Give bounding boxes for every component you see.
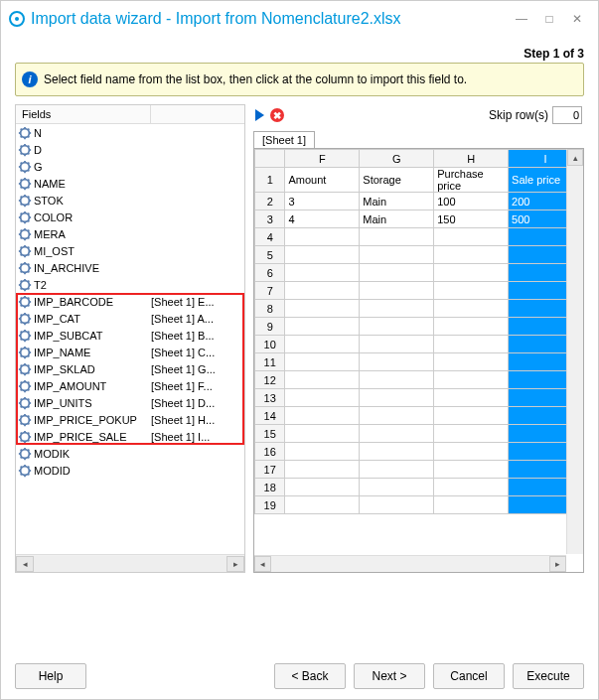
scroll-right-icon[interactable]: ▸ [226,556,244,572]
grid-cell[interactable] [285,443,360,461]
grid-cell[interactable] [360,246,434,264]
grid-cell[interactable] [434,479,509,496]
grid-cell[interactable] [434,246,509,264]
grid-cell[interactable] [285,318,360,336]
grid-cell[interactable] [434,264,509,282]
row-number[interactable]: 3 [255,210,285,228]
grid-hscroll[interactable]: ◂ ▸ [254,555,566,572]
grid-cell[interactable] [434,407,509,425]
grid-cell[interactable]: Main [360,193,434,210]
grid-cell[interactable] [360,228,434,246]
grid-cell[interactable] [434,389,509,407]
grid-cell[interactable] [360,425,434,443]
grid-cell[interactable] [434,300,509,318]
field-row[interactable]: MODIK [16,445,244,462]
row-number[interactable]: 1 [255,168,285,193]
row-number[interactable]: 2 [255,193,285,210]
row-number[interactable]: 4 [255,228,285,246]
field-row[interactable]: IMP_BARCODE[Sheet 1] E... [16,293,244,310]
maximize-button[interactable]: □ [542,12,556,26]
row-number[interactable]: 9 [255,318,285,336]
grid-cell[interactable] [285,282,360,300]
grid-cell[interactable] [285,425,360,443]
column-header[interactable]: F [285,150,360,168]
grid-cell[interactable] [360,407,434,425]
sheet-tab[interactable]: [Sheet 1] [253,131,315,148]
row-number[interactable]: 13 [255,389,285,407]
field-row[interactable]: COLOR [16,209,244,225]
grid-cell[interactable] [434,425,509,443]
skip-input[interactable] [552,106,582,124]
field-row[interactable]: IMP_SKLAD[Sheet 1] G... [16,360,244,377]
next-button[interactable]: Next > [354,663,425,689]
grid-cell[interactable] [285,264,360,282]
fields-list[interactable]: NDGNAMESTOKCOLORMERAMI_OSTIN_ARCHIVET2IM… [16,124,244,554]
scroll-left-icon[interactable]: ◂ [254,556,271,572]
grid-cell[interactable]: 4 [285,210,360,228]
grid-cell[interactable] [285,407,360,425]
scroll-right-icon[interactable]: ▸ [549,556,566,572]
row-number[interactable]: 15 [255,425,285,443]
row-number[interactable]: 17 [255,461,285,479]
grid-cell[interactable] [360,443,434,461]
field-row[interactable]: MERA [16,225,244,242]
scroll-track[interactable] [271,556,549,572]
field-row[interactable]: MODID [16,462,244,479]
grid-cell[interactable] [434,353,509,371]
field-row[interactable]: IMP_PRICE_SALE[Sheet 1] I... [16,428,244,445]
execute-button[interactable]: Execute [513,663,584,689]
field-row[interactable]: IMP_CAT[Sheet 1] A... [16,310,244,327]
grid-cell[interactable] [434,461,509,479]
row-number[interactable]: 11 [255,353,285,371]
grid-cell[interactable]: Amount [285,168,360,193]
grid-cell[interactable] [285,496,360,514]
field-row[interactable]: IMP_UNITS[Sheet 1] D... [16,394,244,411]
row-number[interactable]: 16 [255,443,285,461]
grid-cell[interactable] [360,496,434,514]
corner-cell[interactable] [255,150,285,168]
grid-cell[interactable]: 100 [434,193,509,210]
grid-cell[interactable] [434,371,509,389]
grid-cell[interactable]: Purchase price [434,168,509,193]
grid-cell[interactable] [360,336,434,353]
grid-cell[interactable] [285,371,360,389]
row-number[interactable]: 12 [255,371,285,389]
column-header[interactable]: H [434,150,509,168]
field-row[interactable]: IMP_SUBCAT[Sheet 1] B... [16,327,244,344]
scroll-up-icon[interactable]: ▴ [567,149,583,166]
scroll-track[interactable] [34,556,226,572]
field-row[interactable]: MI_OST [16,242,244,259]
help-button[interactable]: Help [15,663,86,689]
field-row[interactable]: NAME [16,175,244,192]
close-button[interactable]: ✕ [570,12,584,26]
grid-cell[interactable] [434,496,509,514]
grid-cell[interactable] [360,389,434,407]
grid-cell[interactable] [285,300,360,318]
row-number[interactable]: 18 [255,479,285,496]
spreadsheet-grid[interactable]: FGHI1AmountStoragePurchase priceSale pri… [254,149,583,514]
delete-icon[interactable]: ✖ [270,108,284,122]
grid-cell[interactable] [360,371,434,389]
grid-cell[interactable] [434,336,509,353]
grid-cell[interactable] [360,264,434,282]
column-header[interactable]: G [360,150,434,168]
grid-cell[interactable] [434,443,509,461]
row-number[interactable]: 10 [255,336,285,353]
field-row[interactable]: IN_ARCHIVE [16,259,244,276]
row-number[interactable]: 6 [255,264,285,282]
back-button[interactable]: < Back [274,663,346,689]
field-row[interactable]: D [16,141,244,158]
grid-cell[interactable] [434,228,509,246]
field-row[interactable]: IMP_PRICE_POKUP[Sheet 1] H... [16,411,244,428]
grid-cell[interactable]: Storage [360,168,434,193]
cancel-button[interactable]: Cancel [433,663,505,689]
fields-hscroll[interactable]: ◂ ▸ [16,554,244,572]
grid-cell[interactable] [285,389,360,407]
row-number[interactable]: 5 [255,246,285,264]
grid-cell[interactable] [285,228,360,246]
minimize-button[interactable]: — [515,12,528,26]
row-number[interactable]: 8 [255,300,285,318]
grid-cell[interactable]: 150 [434,210,509,228]
grid-cell[interactable] [360,282,434,300]
field-row[interactable]: T2 [16,276,244,293]
